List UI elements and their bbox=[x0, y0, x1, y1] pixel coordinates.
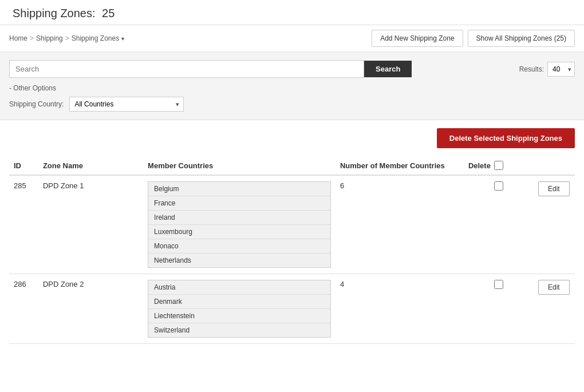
page-title: Shipping Zones: 25 bbox=[9, 7, 115, 19]
edit-button[interactable]: Edit bbox=[538, 181, 570, 196]
row-edit-cell: Edit bbox=[534, 175, 575, 274]
zones-table: ID Zone Name Member Countries Number of … bbox=[9, 156, 575, 344]
delete-row: Delete Selected Shipping Zones bbox=[0, 120, 584, 156]
row-delete-cell bbox=[464, 175, 534, 274]
th-id: ID bbox=[9, 156, 38, 175]
search-area: Search Results: 40 - Other Options Shipp… bbox=[0, 52, 584, 120]
breadcrumb-dropdown-icon[interactable]: ▾ bbox=[121, 35, 124, 42]
show-all-shipping-zones-button[interactable]: Show All Shipping Zones (25) bbox=[468, 30, 575, 47]
row-delete-cell bbox=[464, 274, 534, 344]
delete-all-checkbox[interactable] bbox=[494, 161, 503, 170]
breadcrumb: Home > Shipping > Shipping Zones ▾ bbox=[9, 34, 124, 42]
row-member-countries: BelgiumFranceIrelandLuxembourgMonacoNeth… bbox=[143, 175, 336, 274]
list-item: Switzerland bbox=[148, 323, 330, 337]
row-country-count: 4 bbox=[336, 274, 464, 344]
list-item: Netherlands bbox=[148, 254, 330, 267]
table-row: 285DPD Zone 1BelgiumFranceIrelandLuxembo… bbox=[9, 175, 575, 274]
th-member-countries: Member Countries bbox=[143, 156, 336, 175]
shipping-country-label: Shipping Country: bbox=[9, 100, 64, 108]
results-label-row: Results: 40 bbox=[519, 62, 575, 77]
list-item: Luxembourg bbox=[148, 225, 330, 239]
row-delete-checkbox[interactable] bbox=[494, 280, 503, 289]
search-button[interactable]: Search bbox=[364, 61, 412, 77]
th-delete: Delete bbox=[464, 156, 534, 175]
breadcrumb-sep2: > bbox=[65, 34, 69, 42]
th-number-of-member-countries: Number of Member Countries bbox=[336, 156, 464, 175]
th-zone-name: Zone Name bbox=[38, 156, 143, 175]
row-country-count: 6 bbox=[336, 175, 464, 274]
row-id: 286 bbox=[9, 274, 38, 344]
results-select-wrap: 40 bbox=[547, 62, 575, 77]
edit-button[interactable]: Edit bbox=[538, 280, 570, 295]
search-input[interactable] bbox=[9, 60, 364, 78]
page-title-text: Shipping Zones: bbox=[13, 7, 96, 19]
breadcrumb-shipping[interactable]: Shipping bbox=[36, 34, 63, 42]
row-edit-cell: Edit bbox=[534, 274, 575, 344]
breadcrumb-sep1: > bbox=[30, 34, 34, 42]
list-item: Liechtenstein bbox=[148, 309, 330, 323]
search-row: Search Results: 40 bbox=[9, 60, 575, 78]
th-delete-label: Delete bbox=[468, 161, 491, 170]
breadcrumb-home[interactable]: Home bbox=[9, 34, 27, 42]
table-area: ID Zone Name Member Countries Number of … bbox=[0, 156, 584, 344]
row-zone-name: DPD Zone 1 bbox=[38, 175, 143, 274]
row-id: 285 bbox=[9, 175, 38, 274]
filter-row: Shipping Country: All Countries bbox=[9, 97, 575, 112]
filter-select-wrap: All Countries bbox=[69, 97, 184, 112]
row-delete-checkbox[interactable] bbox=[494, 181, 503, 191]
row-zone-name: DPD Zone 2 bbox=[38, 274, 143, 344]
table-row: 286DPD Zone 2AustriaDenmarkLiechtenstein… bbox=[9, 274, 575, 344]
list-item: France bbox=[148, 196, 330, 211]
top-bar: Home > Shipping > Shipping Zones ▾ Add N… bbox=[0, 25, 584, 52]
add-new-shipping-zone-button[interactable]: Add New Shipping Zone bbox=[372, 30, 463, 47]
page-count: 25 bbox=[102, 7, 115, 19]
breadcrumb-current: Shipping Zones ▾ bbox=[72, 34, 124, 42]
list-item: Denmark bbox=[148, 295, 330, 309]
list-item: Austria bbox=[148, 280, 330, 295]
delete-selected-button[interactable]: Delete Selected Shipping Zones bbox=[437, 128, 575, 148]
results-label-text: Results: bbox=[519, 65, 544, 73]
shipping-country-select[interactable]: All Countries bbox=[69, 97, 184, 112]
row-member-countries: AustriaDenmarkLiechtensteinSwitzerland bbox=[143, 274, 336, 344]
other-options-label[interactable]: - Other Options bbox=[9, 84, 56, 92]
th-edit bbox=[534, 156, 575, 175]
page-header: Shipping Zones: 25 bbox=[0, 0, 584, 25]
list-item: Ireland bbox=[148, 211, 330, 225]
list-item: Monaco bbox=[148, 239, 330, 254]
results-select[interactable]: 40 bbox=[547, 62, 575, 77]
other-options: - Other Options Shipping Country: All Co… bbox=[9, 84, 575, 112]
breadcrumb-current-label: Shipping Zones bbox=[72, 34, 119, 42]
top-buttons: Add New Shipping Zone Show All Shipping … bbox=[372, 30, 575, 47]
list-item: Belgium bbox=[148, 182, 330, 196]
